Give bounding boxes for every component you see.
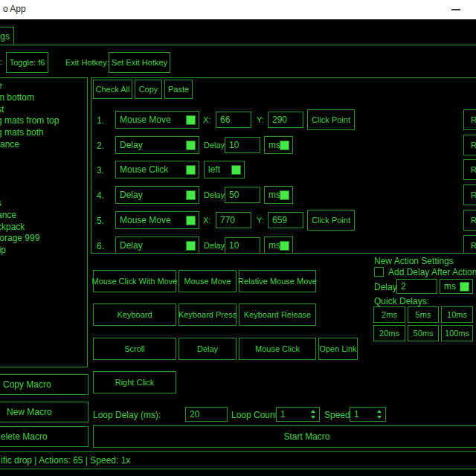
remove-button[interactable]: R bbox=[463, 159, 476, 180]
macro-list-item[interactable]: st bbox=[0, 104, 87, 116]
macro-list-item[interactable]: ckpack bbox=[0, 222, 87, 234]
speed-stepper[interactable]: 1 bbox=[350, 407, 386, 422]
action-type-dropdown[interactable]: Mouse Click bbox=[115, 161, 199, 178]
click-point-button[interactable]: Click Point bbox=[307, 109, 355, 130]
x-input[interactable] bbox=[216, 112, 251, 128]
macro-list-item[interactable] bbox=[0, 174, 87, 186]
add-scroll-button[interactable]: Scroll bbox=[93, 338, 176, 360]
y-input[interactable] bbox=[268, 112, 303, 128]
quick-delay-20ms-button[interactable]: 20ms bbox=[373, 325, 405, 341]
minimize-button[interactable] bbox=[446, 0, 466, 19]
add-mouse-move-button[interactable]: Mouse Move bbox=[178, 270, 237, 292]
macro-list-item[interactable]: g mats both bbox=[0, 127, 87, 139]
menu-divider bbox=[0, 45, 476, 45]
action-type-dropdown[interactable]: Mouse Move bbox=[115, 211, 199, 229]
remove-button[interactable]: R bbox=[463, 109, 476, 130]
loop-count-stepper[interactable]: 1 bbox=[276, 407, 320, 422]
add-keyboard-press-button[interactable]: Keyboard Press bbox=[178, 303, 237, 326]
action-type-dropdown[interactable]: Mouse Move bbox=[115, 111, 199, 129]
paste-button[interactable]: Paste bbox=[164, 80, 193, 99]
quick-delay-2ms-button[interactable]: 2ms bbox=[373, 306, 405, 323]
macro-list-item[interactable] bbox=[0, 186, 87, 198]
loop-count-label: Loop Count: bbox=[231, 410, 280, 420]
add-relative-mouse-move-button[interactable]: Relative Mouse Move bbox=[239, 270, 316, 292]
macro-list-item[interactable]: ance bbox=[0, 210, 87, 222]
quick-delay-100ms-button[interactable]: 100ms bbox=[441, 325, 473, 341]
quick-delay-label: 5ms bbox=[416, 310, 431, 319]
add-mouse-click-with-move-button[interactable]: Mouse Click With Move bbox=[93, 270, 176, 292]
macro-list[interactable]: e m bottom st g mats from top g mats bot… bbox=[0, 77, 88, 367]
check-all-button[interactable]: Check All bbox=[93, 80, 132, 99]
delay-label: Delay bbox=[204, 141, 225, 149]
action-type-dropdown[interactable]: Delay bbox=[115, 186, 199, 204]
delay-unit-dropdown[interactable]: ms bbox=[264, 136, 293, 154]
add-keyboard-button[interactable]: Keyboard bbox=[93, 303, 176, 326]
mouse-button-dropdown[interactable]: left bbox=[204, 161, 245, 178]
macro-list-item[interactable]: rance bbox=[0, 139, 87, 151]
macro-list-item[interactable]: torage 999 bbox=[0, 233, 87, 245]
action-row: 5. Mouse Move X: Y: Click Point R bbox=[91, 210, 476, 231]
quick-delay-5ms-button[interactable]: 5ms bbox=[408, 306, 439, 323]
add-delay-button[interactable]: Delay bbox=[178, 338, 237, 360]
add-action-label: Mouse Click With Move bbox=[92, 277, 178, 286]
stepper-arrows-icon[interactable] bbox=[310, 410, 316, 419]
click-point-button[interactable]: Click Point bbox=[307, 210, 355, 231]
new-action-unit-dropdown[interactable]: ms bbox=[440, 279, 473, 294]
copy-button[interactable]: Copy bbox=[135, 80, 162, 99]
new-macro-button[interactable]: New Macro bbox=[0, 402, 89, 422]
row-number: 6. bbox=[97, 241, 104, 251]
macro-list-item[interactable]: lip bbox=[0, 245, 87, 257]
add-right-click-button[interactable]: Right Click bbox=[93, 371, 176, 393]
remove-label: R bbox=[471, 216, 476, 225]
add-action-label: Keyboard bbox=[117, 310, 152, 319]
delay-unit-dropdown[interactable]: ms bbox=[264, 186, 293, 204]
quick-delay-label: 20ms bbox=[379, 329, 399, 338]
action-row: 2. Delay Delay ms R bbox=[91, 135, 476, 155]
delay-unit-value: ms bbox=[268, 190, 280, 200]
dropdown-indicator-icon bbox=[186, 241, 196, 251]
delay-input[interactable] bbox=[225, 137, 260, 153]
start-macro-button[interactable]: Start Macro bbox=[93, 425, 476, 448]
macro-list-item[interactable]: m bottom bbox=[0, 92, 87, 104]
action-row: 4. Delay Delay ms R bbox=[91, 184, 476, 205]
delete-macro-button[interactable]: elete Macro bbox=[0, 426, 89, 447]
macro-list-item[interactable]: e bbox=[0, 80, 87, 92]
copy-macro-button[interactable]: Copy Macro bbox=[0, 374, 89, 395]
tab-settings[interactable]: gs bbox=[0, 27, 14, 45]
loop-delay-input[interactable] bbox=[185, 407, 228, 422]
y-label: Y: bbox=[257, 216, 264, 225]
macro-list-item[interactable] bbox=[0, 151, 87, 163]
x-input[interactable] bbox=[216, 212, 251, 228]
set-exit-hotkey-button[interactable]: Set Exit Hotkey bbox=[109, 52, 170, 73]
delay-input[interactable] bbox=[225, 187, 260, 203]
quick-delay-10ms-button[interactable]: 10ms bbox=[441, 306, 473, 323]
remove-button[interactable]: R bbox=[463, 184, 476, 205]
add-open-link-button[interactable]: Open Link bbox=[318, 338, 358, 360]
macro-list-item[interactable]: g mats from top bbox=[0, 115, 87, 127]
action-type-value: Mouse Click bbox=[120, 164, 168, 175]
new-macro-label: New Macro bbox=[7, 407, 52, 417]
new-action-settings-title: New Action Settings bbox=[374, 256, 454, 266]
quick-delay-50ms-button[interactable]: 50ms bbox=[408, 325, 439, 341]
dropdown-indicator-icon bbox=[186, 216, 196, 225]
action-type-dropdown[interactable]: Delay bbox=[115, 237, 199, 254]
dropdown-indicator-icon bbox=[186, 141, 196, 150]
macro-list-item[interactable]: s bbox=[0, 198, 87, 210]
remove-button[interactable]: R bbox=[463, 235, 476, 254]
delay-input[interactable] bbox=[225, 237, 260, 254]
add-keyboard-release-button[interactable]: Keyboard Release bbox=[239, 303, 316, 326]
new-action-delay-input[interactable] bbox=[396, 279, 437, 294]
add-mouse-click-button[interactable]: Mouse Click bbox=[239, 338, 316, 360]
remove-button[interactable]: R bbox=[463, 135, 476, 155]
add-delay-after-action-checkbox[interactable] bbox=[374, 267, 384, 277]
delay-unit-dropdown[interactable]: ms bbox=[264, 237, 293, 254]
stepper-arrows-icon[interactable] bbox=[376, 410, 382, 419]
action-row: 6. Delay Delay ms R bbox=[91, 235, 476, 254]
macro-list-item[interactable] bbox=[0, 163, 87, 175]
y-input[interactable] bbox=[268, 212, 303, 228]
dropdown-indicator-icon bbox=[280, 141, 289, 150]
toggle-hotkey-button[interactable]: Toggle: f6 bbox=[6, 52, 48, 73]
row-number: 1. bbox=[97, 115, 104, 126]
remove-button[interactable]: R bbox=[463, 210, 476, 231]
action-type-dropdown[interactable]: Delay bbox=[115, 136, 199, 154]
